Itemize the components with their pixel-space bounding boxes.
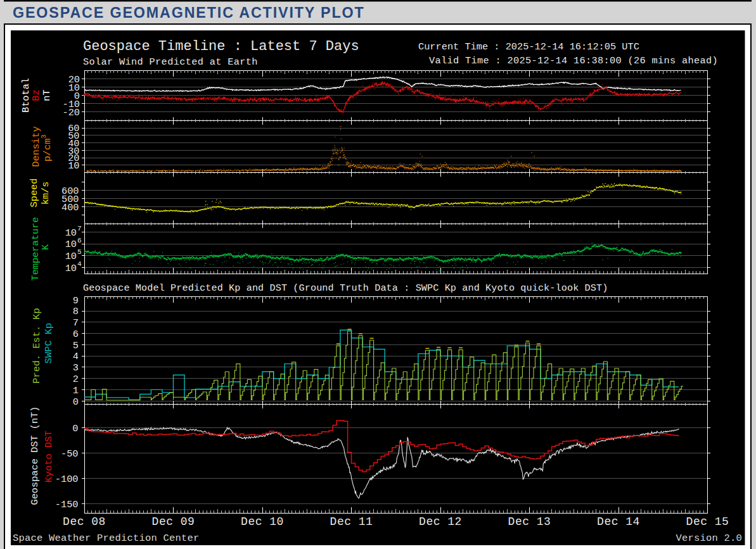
svg-text:-100: -100 — [55, 474, 79, 485]
svg-text:SWPC Kp: SWPC Kp — [43, 323, 54, 363]
svg-text:10: 10 — [65, 263, 77, 274]
svg-text:Dec 13: Dec 13 — [508, 515, 551, 528]
svg-text:5: 5 — [77, 248, 82, 256]
svg-text:10: 10 — [65, 227, 77, 239]
svg-text:Dec 14: Dec 14 — [597, 515, 640, 528]
svg-text:Dec 08: Dec 08 — [63, 515, 106, 528]
svg-text:Temperature: Temperature — [30, 217, 41, 281]
svg-text:Valid Time : 2025-12-14 16:38:: Valid Time : 2025-12-14 16:38:00 (26 min… — [429, 55, 718, 66]
svg-text:8: 8 — [73, 306, 79, 317]
svg-text:nT: nT — [41, 89, 53, 101]
svg-text:6: 6 — [77, 237, 82, 244]
svg-text:Bz: Bz — [30, 89, 42, 101]
svg-text:Speed: Speed — [29, 179, 40, 208]
svg-text:GEOSPACE GEOMAGNETIC ACTIVITY: GEOSPACE GEOMAGNETIC ACTIVITY PLOT — [13, 4, 365, 21]
svg-text:10: 10 — [65, 251, 77, 262]
svg-text:0: 0 — [72, 423, 78, 434]
svg-text:Geospace Timeline : Latest 7 D: Geospace Timeline : Latest 7 Days — [83, 39, 359, 54]
svg-text:K: K — [40, 244, 51, 250]
svg-text:Dec 09: Dec 09 — [152, 515, 195, 528]
svg-text:-150: -150 — [55, 499, 79, 510]
svg-text:Dec 11: Dec 11 — [330, 515, 373, 528]
svg-text:2: 2 — [73, 374, 79, 385]
svg-text:4: 4 — [77, 260, 82, 268]
svg-text:Pred. Est. Kp: Pred. Est. Kp — [31, 308, 42, 383]
svg-text:3: 3 — [40, 134, 48, 139]
svg-text:10: 10 — [65, 239, 77, 250]
svg-text:Current Time : 2025-12-14 16:1: Current Time : 2025-12-14 16:12:05 UTC — [418, 41, 639, 53]
svg-text:Dec 12: Dec 12 — [419, 515, 462, 528]
svg-text:7: 7 — [77, 225, 82, 232]
svg-text:-50: -50 — [61, 448, 79, 460]
svg-text:km/s: km/s — [40, 182, 51, 205]
svg-text:7: 7 — [73, 317, 79, 329]
svg-text:Dec 15: Dec 15 — [686, 515, 729, 528]
svg-text:0: 0 — [73, 396, 79, 408]
svg-text:Solar Wind Predicted at Earth: Solar Wind Predicted at Earth — [83, 56, 258, 68]
svg-text:9: 9 — [73, 295, 79, 306]
svg-text:400: 400 — [61, 202, 79, 213]
svg-text:3: 3 — [73, 362, 79, 374]
svg-text:5: 5 — [73, 340, 79, 351]
svg-text:Version 2.0: Version 2.0 — [676, 533, 742, 544]
svg-text:Dec 10: Dec 10 — [241, 515, 284, 528]
svg-text:4: 4 — [73, 351, 79, 362]
svg-text:-20: -20 — [62, 107, 80, 118]
svg-text:p/cm: p/cm — [42, 139, 53, 162]
svg-text:Geospace Model Predicted Kp an: Geospace Model Predicted Kp and DST (Gro… — [83, 282, 608, 294]
svg-text:Space Weather Prediction Cente: Space Weather Prediction Center — [13, 533, 200, 544]
svg-text:10: 10 — [68, 160, 79, 172]
svg-text:1: 1 — [73, 385, 79, 396]
svg-text:Geospace DST (nT): Geospace DST (nT) — [29, 406, 41, 505]
svg-text:Kyoto DST: Kyoto DST — [43, 431, 54, 483]
svg-text:6: 6 — [73, 329, 79, 340]
svg-text:Density: Density — [30, 126, 42, 167]
